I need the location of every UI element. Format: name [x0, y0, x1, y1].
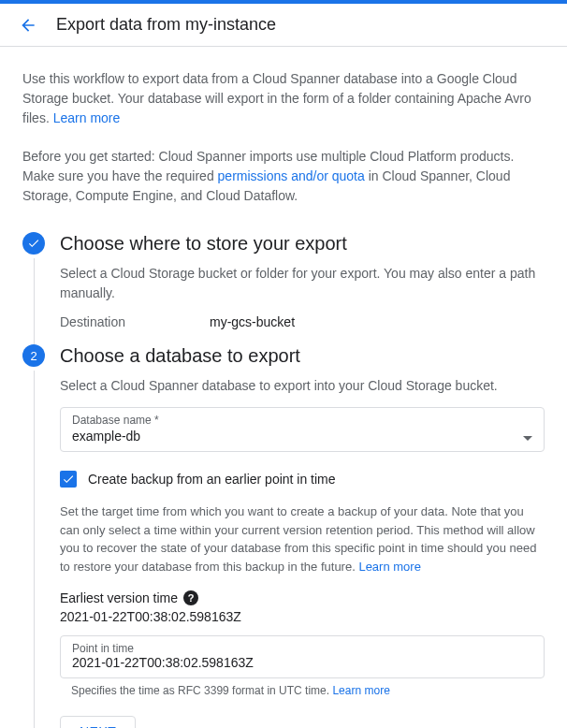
- earliest-version-value: 2021-01-22T00:38:02.598163Z: [60, 609, 545, 624]
- earliest-version-label: Earliest version time: [60, 590, 178, 605]
- page-header: Export data from my-instance: [0, 4, 567, 47]
- database-value: example-db: [72, 429, 140, 444]
- page-title: Export data from my-instance: [56, 15, 276, 35]
- destination-row: Destination my-gcs-bucket: [60, 314, 545, 329]
- backup-help-text-content: Set the target time from which you want …: [60, 504, 536, 574]
- point-in-time-input[interactable]: [72, 655, 532, 670]
- database-select[interactable]: Database name * example-db: [60, 407, 545, 452]
- step-2-number-icon: 2: [22, 344, 45, 367]
- step-2-title: Choose a database to export: [60, 344, 300, 367]
- earliest-version-row: Earliest version time ?: [60, 590, 545, 605]
- backup-help-text: Set the target time from which you want …: [60, 502, 545, 575]
- backup-checkbox[interactable]: [60, 471, 77, 488]
- point-in-time-help: Specifies the time as RFC 3399 format in…: [71, 684, 545, 697]
- dropdown-arrow-icon: [523, 429, 532, 444]
- backup-learn-more-link[interactable]: Learn more: [358, 560, 420, 574]
- destination-label: Destination: [60, 314, 210, 329]
- permissions-link[interactable]: permissions and/or quota: [218, 168, 369, 183]
- step-1-body: Select a Cloud Storage bucket or folder …: [34, 258, 545, 344]
- step-1-check-icon: [22, 232, 45, 255]
- before-paragraph: Before you get started: Cloud Spanner im…: [22, 147, 545, 206]
- step-1-title: Choose where to store your export: [60, 232, 347, 255]
- step-2-header: 2 Choose a database to export: [22, 344, 545, 367]
- point-in-time-label: Point in time: [72, 642, 532, 655]
- backup-checkbox-label: Create backup from an earlier point in t…: [88, 472, 336, 487]
- help-icon[interactable]: ?: [183, 590, 198, 605]
- back-arrow-icon[interactable]: [19, 16, 37, 35]
- step-2-desc: Select a Cloud Spanner database to expor…: [60, 376, 545, 396]
- before-label: Before you get started: [22, 149, 152, 164]
- intro-learn-more-link[interactable]: Learn more: [53, 110, 121, 125]
- main-content: Use this workflow to export data from a …: [0, 47, 567, 728]
- step-1-desc: Select a Cloud Storage bucket or folder …: [60, 264, 545, 303]
- point-in-time-help-text: Specifies the time as RFC 3399 format in…: [71, 684, 332, 697]
- destination-value: my-gcs-bucket: [210, 314, 295, 329]
- point-in-time-input-wrapper[interactable]: Point in time: [60, 635, 545, 678]
- point-in-time-learn-more-link[interactable]: Learn more: [332, 684, 389, 697]
- next-button[interactable]: NEXT: [60, 716, 136, 728]
- step-2-body: Select a Cloud Spanner database to expor…: [34, 371, 545, 728]
- step-1-header: Choose where to store your export: [22, 232, 545, 255]
- intro-paragraph: Use this workflow to export data from a …: [22, 69, 545, 128]
- backup-checkbox-row: Create backup from an earlier point in t…: [60, 471, 545, 488]
- database-label: Database name *: [72, 414, 532, 427]
